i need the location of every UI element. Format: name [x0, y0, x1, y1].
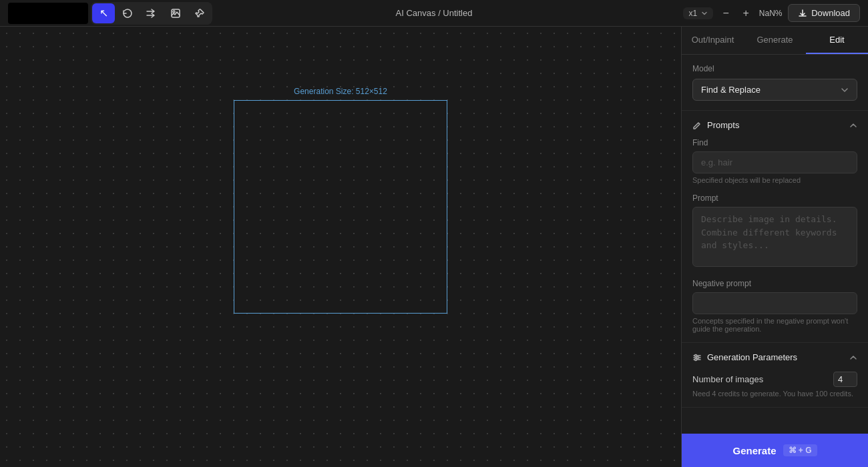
negative-prompt-input[interactable]: Disfigured, cartoon, blurry, nude [692, 292, 857, 314]
find-input[interactable] [692, 151, 857, 173]
shuffle-tool-button[interactable] [140, 3, 163, 23]
negative-prompt-hint: Concepts specified in the negative promp… [692, 317, 857, 333]
generation-box [234, 100, 447, 314]
topbar-left: ↖ [8, 2, 212, 25]
tab-out-inpaint[interactable]: Out/Inpaint [682, 27, 744, 54]
right-panel: Out/Inpaint Generate Edit Model Find & R… [681, 27, 868, 467]
zoom-percentage: NaN% [758, 9, 783, 18]
prompts-header: Prompts [692, 120, 857, 130]
negative-prompt-field-group: Negative prompt Disfigured, cartoon, blu… [692, 279, 857, 333]
zoom-control[interactable]: x1 [683, 7, 713, 19]
topbar: ↖ [0, 0, 868, 27]
generate-shortcut: ⌘ + G [783, 444, 817, 456]
num-images-label: Number of images [692, 374, 763, 384]
generate-label: Generate [732, 445, 776, 456]
prompts-section: Prompts Find Specified objects will be r… [682, 111, 868, 343]
find-label: Find [692, 138, 857, 147]
main: Generation Size: 512×512 Out/Inpaint Gen… [0, 27, 868, 467]
gen-params-chevron-icon[interactable] [849, 354, 857, 362]
prompt-textarea[interactable] [692, 207, 857, 267]
generation-params-label: Generation Parameters [707, 352, 797, 362]
canvas-area[interactable]: Generation Size: 512×512 [0, 27, 681, 467]
download-icon [798, 9, 807, 18]
find-hint: Specified objects will be replaced [692, 176, 857, 184]
image-tool-button[interactable] [164, 3, 187, 23]
generation-params-left: Generation Parameters [692, 352, 797, 362]
num-images-row: Number of images [692, 372, 857, 387]
svg-point-2 [695, 354, 697, 356]
prompt-label: Prompt [692, 193, 857, 203]
svg-point-4 [695, 358, 697, 360]
tab-generate[interactable]: Generate [744, 27, 806, 54]
tab-edit[interactable]: Edit [806, 27, 868, 54]
prompts-chevron-icon[interactable] [849, 121, 857, 129]
model-label: Model [692, 64, 857, 73]
zoom-out-button[interactable]: − [718, 6, 733, 21]
generation-params-header[interactable]: Generation Parameters [692, 352, 857, 362]
model-select[interactable]: Find & Replace [692, 79, 857, 101]
pin-tool-button[interactable] [188, 3, 211, 23]
generate-button[interactable]: Generate ⌘ + G [682, 434, 868, 467]
download-button[interactable]: Download [788, 4, 860, 22]
zoom-in-button[interactable]: + [738, 6, 753, 21]
svg-point-1 [173, 11, 175, 13]
topbar-right: x1 − + NaN% Download [683, 4, 860, 22]
prompt-field-group: Prompt [692, 193, 857, 270]
panel-tabs: Out/Inpaint Generate Edit [682, 27, 868, 55]
prompts-header-left: Prompts [692, 120, 739, 130]
cursor-tool-button[interactable]: ↖ [92, 3, 115, 23]
refresh-tool-button[interactable] [116, 3, 139, 23]
tool-group: ↖ [91, 2, 212, 25]
zoom-level-label: x1 [688, 9, 697, 18]
model-section: Model Find & Replace [682, 55, 868, 111]
panel-spacer [682, 408, 868, 434]
generation-params-section: Generation Parameters Number of images N… [682, 343, 868, 408]
prompts-label: Prompts [707, 120, 739, 130]
generation-size-label: Generation Size: 512×512 [294, 87, 387, 96]
num-images-container: Number of images Need 4 credits to gener… [692, 372, 857, 398]
negative-prompt-label: Negative prompt [692, 279, 857, 288]
num-images-input[interactable] [833, 372, 857, 387]
pencil-icon [692, 121, 702, 130]
canvas-title: AI Canvas / Untitled [396, 8, 473, 18]
sliders-icon [692, 353, 702, 362]
credits-hint: Need 4 credits to generate. You have 100… [692, 390, 857, 398]
svg-point-3 [697, 356, 699, 358]
model-selected-value: Find & Replace [701, 85, 761, 95]
logo [8, 3, 88, 24]
zoom-dropdown-icon [701, 10, 708, 17]
find-field-group: Find Specified objects will be replaced [692, 138, 857, 184]
panel-content: Model Find & Replace Prompts [682, 55, 868, 434]
model-chevron-icon [841, 86, 849, 94]
